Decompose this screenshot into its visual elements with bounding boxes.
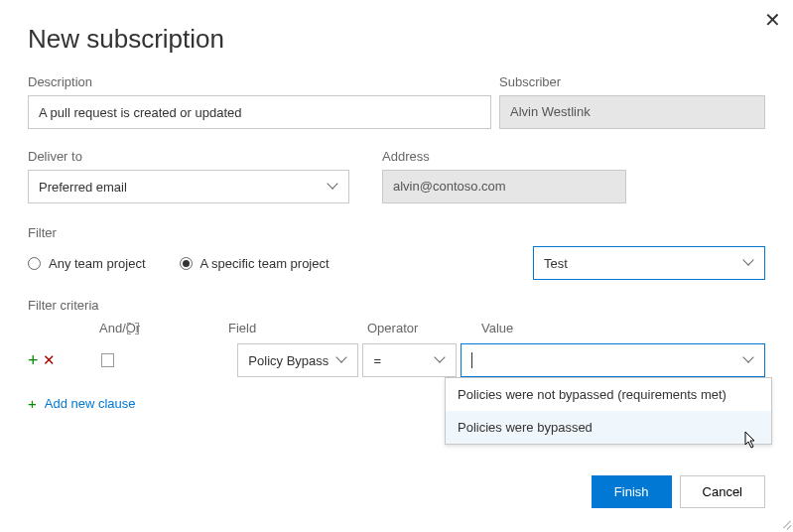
criteria-row: + ✕ Policy Bypass = bbox=[28, 343, 765, 377]
header-field: Field bbox=[228, 321, 367, 343]
header-value: Value bbox=[481, 321, 513, 343]
field-select[interactable]: Policy Bypass bbox=[237, 343, 358, 377]
criteria-headers: And/Or Field Operator Value bbox=[28, 321, 765, 343]
filter-section: Filter Any team project A specific team … bbox=[28, 225, 765, 280]
dialog-buttons: Finish Cancel bbox=[592, 475, 765, 508]
pointer-cursor-icon bbox=[742, 431, 758, 455]
chevron-down-icon bbox=[329, 182, 338, 192]
radio-icon-selected bbox=[180, 257, 193, 270]
description-label: Description bbox=[28, 74, 491, 89]
radio-specific-team-project[interactable]: A specific team project bbox=[180, 256, 330, 271]
header-andor: And/Or bbox=[99, 321, 228, 343]
remove-row-icon[interactable]: ✕ bbox=[43, 351, 56, 369]
add-clause-label: Add new clause bbox=[45, 396, 136, 411]
description-input[interactable] bbox=[28, 95, 491, 129]
operator-value: = bbox=[373, 353, 381, 368]
dropdown-option-not-bypassed[interactable]: Policies were not bypassed (requirements… bbox=[446, 378, 771, 411]
dialog-title: New subscription bbox=[28, 24, 765, 55]
radio-any-team-project[interactable]: Any team project bbox=[28, 256, 146, 271]
description-subscriber-row: Description Subscriber Alvin Westlink bbox=[28, 74, 765, 129]
group-clause-icon bbox=[127, 323, 139, 332]
subscriber-display: Alvin Westlink bbox=[499, 95, 765, 129]
close-button[interactable]: ✕ bbox=[764, 8, 781, 32]
header-operator: Operator bbox=[367, 321, 481, 343]
team-project-select[interactable]: Test bbox=[533, 246, 765, 280]
subscriber-label: Subscriber bbox=[499, 74, 765, 89]
deliver-to-select[interactable]: Preferred email bbox=[28, 170, 349, 203]
close-icon: ✕ bbox=[764, 9, 781, 31]
cancel-button[interactable]: Cancel bbox=[680, 475, 765, 508]
chevron-down-icon bbox=[744, 355, 754, 365]
dropdown-option-bypassed[interactable]: Policies were bypassed bbox=[446, 411, 771, 444]
deliver-row: Deliver to Preferred email Address alvin… bbox=[28, 149, 765, 203]
field-value: Policy Bypass bbox=[248, 353, 329, 368]
row-checkbox[interactable] bbox=[101, 353, 114, 367]
value-select[interactable] bbox=[461, 343, 765, 377]
text-cursor-icon bbox=[471, 352, 472, 368]
value-dropdown-list: Policies were not bypassed (requirements… bbox=[445, 377, 772, 445]
new-subscription-dialog: ✕ New subscription Description Subscribe… bbox=[0, 0, 793, 532]
address-display: alvin@contoso.com bbox=[382, 170, 626, 203]
team-project-value: Test bbox=[544, 256, 568, 271]
chevron-down-icon bbox=[436, 355, 446, 365]
address-label: Address bbox=[382, 149, 626, 164]
deliver-to-value: Preferred email bbox=[39, 180, 127, 195]
filter-label: Filter bbox=[28, 225, 765, 240]
finish-button[interactable]: Finish bbox=[592, 475, 672, 508]
plus-icon: + bbox=[28, 395, 37, 412]
resize-handle-icon[interactable] bbox=[777, 516, 791, 530]
radio-specific-label: A specific team project bbox=[200, 256, 330, 271]
chevron-down-icon bbox=[744, 258, 754, 268]
operator-select[interactable]: = bbox=[362, 343, 456, 377]
radio-icon bbox=[28, 257, 41, 270]
radio-any-label: Any team project bbox=[49, 256, 146, 271]
deliver-to-label: Deliver to bbox=[28, 149, 349, 164]
add-row-icon[interactable]: + bbox=[28, 350, 39, 371]
chevron-down-icon bbox=[337, 355, 347, 365]
filter-criteria-label: Filter criteria bbox=[28, 298, 765, 313]
